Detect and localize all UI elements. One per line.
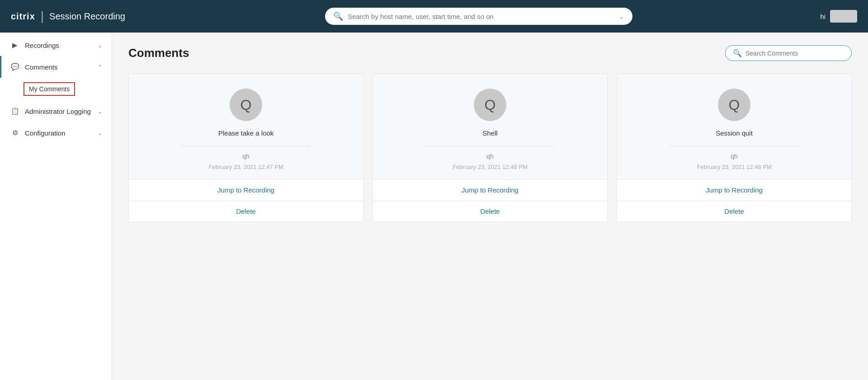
sidebar-item-configuration[interactable]: ⚙ Configuration ⌄ [0,122,112,144]
card-date: February 23, 2021 12:48 PM [453,164,528,170]
citrix-logo: citrix [11,11,35,22]
user-avatar [830,10,857,23]
delete-label: Delete [236,207,255,215]
sidebar-label-recordings: Recordings [25,42,92,49]
comment-icon: 💬 [10,62,19,71]
sidebar-label-comments: Comments [25,63,92,71]
app-title: Session Recording [49,11,125,22]
sidebar-label-admin-logging: Administrator Logging [25,108,92,115]
user-area: hi [820,10,857,23]
comments-search-bar[interactable]: 🔍 [725,45,852,61]
jump-to-recording-button[interactable]: Jump to Recording [129,179,363,201]
cards-grid: Q Please take a look qh February 23, 202… [128,74,852,222]
sidebar-sublabel-my-comments: My Comments [24,82,75,96]
delete-button[interactable]: Delete [129,201,363,222]
card-user: qh [486,153,494,160]
chevron-right-icon-3: ⌄ [98,130,103,136]
sidebar-item-admin-logging[interactable]: 📋 Administrator Logging ⌄ [0,100,112,122]
comments-search-input[interactable] [745,50,844,57]
logo-area: citrix | Session Recording [11,9,137,23]
logo-divider: | [41,9,44,23]
play-icon: ▶ [10,41,19,50]
comment-card: Q Session quit qh February 23, 2021 12:4… [617,74,852,222]
header-search-input[interactable] [348,13,618,20]
comment-card: Q Please take a look qh February 23, 202… [128,74,363,222]
user-greeting: hi [820,13,826,20]
card-divider [425,146,555,146]
comment-card: Q Shell qh February 23, 2021 12:48 PM Ju… [373,74,608,222]
delete-button[interactable]: Delete [373,201,607,222]
header-search-bar[interactable]: 🔍 ⌄ [325,8,632,25]
gear-icon: ⚙ [10,128,19,137]
jump-to-recording-label: Jump to Recording [706,186,763,194]
chevron-down-icon[interactable]: ⌄ [618,12,624,21]
avatar: Q [230,89,262,121]
delete-label: Delete [724,207,744,215]
avatar: Q [474,89,506,121]
card-top: Q Shell qh February 23, 2021 12:48 PM [373,74,607,179]
page-title: Comments [128,46,189,60]
sidebar-item-recordings[interactable]: ▶ Recordings ⌄ [0,34,112,56]
card-user: qh [731,153,738,160]
card-date: February 23, 2021 12:47 PM [208,164,283,170]
card-date: February 23, 2021 12:48 PM [697,164,772,170]
chevron-right-icon: ⌄ [98,42,103,49]
jump-to-recording-label: Jump to Recording [217,186,274,194]
jump-to-recording-button[interactable]: Jump to Recording [617,179,851,201]
header-search-wrap: 🔍 ⌄ [137,8,820,25]
app-body: ▶ Recordings ⌄ 💬 Comments ⌃ My Comments … [0,33,868,380]
main-content: Comments 🔍 Q Please take a look qh Febru… [112,33,868,380]
comment-text: Please take a look [218,129,274,137]
sidebar-item-comments[interactable]: 💬 Comments ⌃ [0,56,112,78]
card-divider [181,146,311,146]
chevron-right-icon-2: ⌄ [98,108,103,115]
card-top: Q Please take a look qh February 23, 202… [129,74,363,179]
sidebar: ▶ Recordings ⌄ 💬 Comments ⌃ My Comments … [0,33,112,380]
search-icon: 🔍 [333,11,343,21]
sidebar-label-configuration: Configuration [25,129,92,137]
search-comments-icon: 🔍 [733,49,742,57]
comment-text: Session quit [716,129,753,137]
card-divider [670,146,799,146]
log-icon: 📋 [10,107,19,116]
card-top: Q Session quit qh February 23, 2021 12:4… [617,74,851,179]
delete-label: Delete [480,207,500,215]
delete-button[interactable]: Delete [617,201,851,222]
avatar: Q [718,89,750,121]
card-user: qh [242,153,250,160]
comment-text: Shell [482,129,497,137]
jump-to-recording-button[interactable]: Jump to Recording [373,179,607,201]
sidebar-subitem-my-comments[interactable]: My Comments [0,78,112,100]
chevron-up-icon: ⌃ [98,64,103,70]
header: citrix | Session Recording 🔍 ⌄ hi [0,0,868,33]
jump-to-recording-label: Jump to Recording [462,186,519,194]
page-header: Comments 🔍 [128,45,852,61]
